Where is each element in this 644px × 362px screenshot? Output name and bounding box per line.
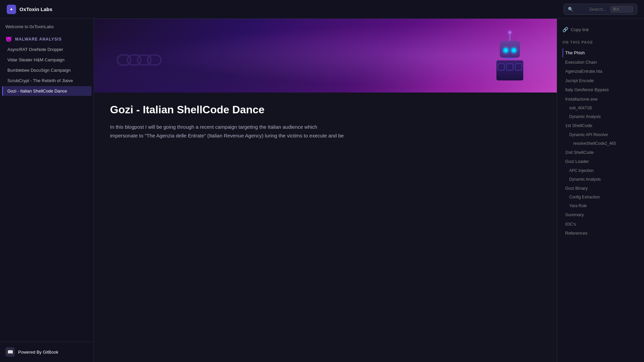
toc-item-20[interactable]: References: [562, 229, 639, 238]
top-header: ✦ OxToxin Labs 🔍 Search... ⌘K: [0, 0, 644, 19]
sidebar-welcome[interactable]: Welcome to 0xToxinLabs: [0, 19, 94, 32]
toc-items-container: The PhishExecution ChainAgenziaEntrate.h…: [562, 48, 639, 238]
toc-item-19[interactable]: IOC's: [562, 220, 639, 229]
toc-item-10[interactable]: resolveShellCode2_465: [562, 139, 639, 148]
svg-rect-3: [148, 55, 161, 65]
toc-item-13[interactable]: APC Injection: [562, 166, 639, 175]
copy-link-label: Copy link: [571, 27, 589, 32]
article-body: Gozi - Italian ShellCode Dance In this b…: [94, 93, 362, 150]
toc-item-12[interactable]: Gozi Loader: [562, 157, 639, 166]
toc-item-18[interactable]: Summary: [562, 210, 639, 220]
toc-item-3[interactable]: Jscript Encode: [562, 76, 639, 85]
robot-eye-right: [511, 48, 517, 53]
gitbook-logo-icon: 📖: [5, 347, 15, 357]
sidebar-section-header: 😈 MALWARE ANALYSIS: [0, 32, 94, 44]
brand-logo: ✦: [7, 5, 16, 14]
hero-image: [94, 19, 557, 93]
header-left: ✦ OxToxin Labs: [7, 5, 52, 14]
toc-item-6[interactable]: sub_40471B: [562, 104, 639, 112]
sidebar-footer: 📖 Powered By GitBook: [0, 342, 94, 362]
toc-item-15[interactable]: Gozi Binary: [562, 184, 639, 193]
toc-item-17[interactable]: Yara Rule: [562, 201, 639, 210]
sidebar-item-vidar[interactable]: Vidar Stealer H&M Campaign: [2, 55, 92, 65]
main-layout: Welcome to 0xToxinLabs 😈 MALWARE ANALYSI…: [0, 19, 644, 362]
toc-item-9[interactable]: Dynamic API Resolve: [562, 130, 639, 139]
toc-panel: 🔗 Copy link ON THIS PAGE The PhishExecut…: [557, 19, 644, 362]
sidebar-footer-text: Powered By GitBook: [18, 350, 58, 355]
toc-item-5[interactable]: Installazione.exe: [562, 95, 639, 104]
search-icon: 🔍: [568, 7, 586, 12]
toc-item-8[interactable]: 1st ShellCode: [562, 121, 639, 130]
copy-icon: 🔗: [562, 27, 568, 32]
toc-item-1[interactable]: Execution Chain: [562, 58, 639, 67]
toc-item-4[interactable]: Italy Geofence Bypass: [562, 85, 639, 95]
toc-heading: ON THIS PAGE: [562, 40, 639, 44]
sidebar-item-asyncrat[interactable]: AsyncRAT OneNote Dropper: [2, 45, 92, 54]
search-bar[interactable]: 🔍 Search... ⌘K: [564, 4, 637, 15]
robot-eye-left: [503, 48, 508, 53]
copy-link-button[interactable]: 🔗 Copy link: [562, 25, 639, 34]
sidebar-section-label: MALWARE ANALYSIS: [15, 37, 62, 42]
robot-body: [496, 60, 523, 80]
toc-actions: 🔗 Copy link: [562, 25, 639, 34]
article-title: Gozi - Italian ShellCode Dance: [110, 103, 346, 116]
sidebar-item-gozi[interactable]: Gozi - Italian ShellCode Dance: [2, 86, 92, 96]
toc-item-14[interactable]: Dynamic Analysis: [562, 175, 639, 184]
search-shortcut: ⌘K: [610, 6, 633, 12]
toc-item-0[interactable]: The Phish: [562, 48, 639, 58]
robot-head: [500, 41, 520, 58]
sidebar-item-scrubcrypt[interactable]: ScrubCrypt - The Rebirth of Jlaive: [2, 76, 92, 85]
toc-item-16[interactable]: Config Extraction: [562, 193, 639, 201]
sidebar-item-bumblebee[interactable]: Bumblebee DocuSign Campaign: [2, 65, 92, 75]
brand-name: OxToxin Labs: [19, 6, 52, 12]
toc-item-11[interactable]: 2nd ShellCode: [562, 148, 639, 157]
article-intro: In this blogpost I will be going through…: [110, 123, 346, 140]
sidebar: Welcome to 0xToxinLabs 😈 MALWARE ANALYSI…: [0, 19, 94, 362]
malware-icon: 😈: [5, 36, 12, 42]
toc-item-2[interactable]: AgenziaEntrate.hta: [562, 67, 639, 76]
main-content: Gozi - Italian ShellCode Dance In this b…: [94, 19, 557, 362]
search-placeholder: Search...: [589, 7, 607, 12]
toc-item-7[interactable]: Dynamic Analysis: [562, 112, 639, 121]
